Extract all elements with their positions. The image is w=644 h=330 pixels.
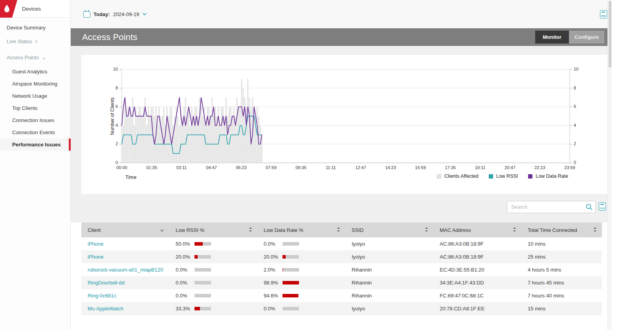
- percent-bar-fill: [283, 255, 286, 259]
- percent-bar: [194, 281, 211, 284]
- cell-ssid: Iyoiyo: [345, 241, 433, 247]
- sidebar-item-airspace-monitoring[interactable]: Airspace Monitoring: [0, 78, 70, 90]
- pdf-icon-label: PDF: [600, 15, 607, 17]
- percent-bar: [194, 242, 211, 246]
- table-search: [507, 201, 596, 213]
- percent-bar-fill: [194, 307, 200, 310]
- percent-value: 98.9%: [264, 280, 283, 286]
- cell-mac-address: FC:69:47:0C:68:1C: [433, 293, 521, 299]
- x-axis-tick: 22:23: [530, 165, 550, 170]
- percent-bar: [194, 294, 211, 297]
- percent-bar-fill: [194, 242, 203, 246]
- sort-updown-icon: [593, 227, 597, 233]
- x-axis-tick: 04:47: [202, 165, 221, 170]
- percent-value: 20.0%: [264, 254, 283, 260]
- y-axis-tick-right: 2: [574, 141, 584, 146]
- column-header-total-time-connected[interactable]: Total Time Connected: [521, 222, 602, 237]
- sidebar-item-guest-analytics[interactable]: Guest Analytics: [0, 66, 70, 78]
- configure-button[interactable]: Configure: [569, 31, 604, 44]
- monitor-button[interactable]: Monitor: [535, 31, 569, 44]
- y-axis-tick-left: 10: [108, 67, 118, 71]
- sidebar-item-live-status[interactable]: Live Status›: [0, 35, 70, 48]
- column-header-mac-address[interactable]: MAC Address: [433, 222, 521, 237]
- percent-bar: [283, 242, 299, 246]
- cell-low-data-rate: 0.0%: [257, 241, 345, 247]
- percent-bar: [283, 281, 299, 284]
- legend-swatch-icon: [489, 174, 493, 179]
- x-axis-tick: 23:59: [560, 165, 580, 170]
- x-axis-tick: 07:59: [261, 165, 281, 170]
- x-axis-tick: 19:11: [470, 165, 490, 170]
- client-link[interactable]: Ring-0c681c: [88, 293, 116, 299]
- pdf-export-icon[interactable]: PDF: [600, 10, 607, 18]
- clients-table: ClientLow RSSI %Low Data Rate %SSIDMAC A…: [81, 222, 602, 315]
- percent-value: 0.0%: [176, 267, 194, 273]
- legend-item-low-rssi[interactable]: Low RSSI: [489, 173, 518, 179]
- cell-total-time-connected: 15 mins: [521, 306, 602, 312]
- column-header-ssid[interactable]: SSID: [345, 222, 433, 237]
- column-header-low-data-rate-[interactable]: Low Data Rate %: [257, 222, 345, 237]
- search-input[interactable]: [507, 201, 596, 213]
- sidebar-item-top-clients[interactable]: Top Clients: [0, 102, 70, 114]
- legend-item-low-data-rate[interactable]: Low Data Rate: [528, 173, 568, 179]
- sort-updown-icon: [513, 227, 516, 233]
- y-axis-tick-right: 0: [574, 160, 584, 165]
- client-link[interactable]: roborock-vacuum-a01_miapB120: [88, 267, 163, 273]
- y-axis-tick-right: 4: [574, 123, 584, 128]
- date-label: Today:: [94, 11, 110, 17]
- cell-mac-address: AC:86:A3:0B:18:9F: [433, 241, 521, 247]
- cell-low-data-rate: 20.0%: [257, 254, 345, 260]
- sidebar-header: Devices: [0, 0, 70, 18]
- cell-low-data-rate: 2.0%: [257, 267, 345, 273]
- y-axis-tick-right: 8: [574, 86, 584, 90]
- brand-logo[interactable]: [0, 0, 17, 18]
- csv-export-icon[interactable]: CSV: [599, 202, 606, 211]
- sidebar-item-device-summary[interactable]: Device Summary: [0, 21, 70, 35]
- sidebar-item-network-usage[interactable]: Network Usage: [0, 90, 70, 102]
- scrollbar-thumb[interactable]: [609, 1, 611, 67]
- column-header-low-rssi-[interactable]: Low RSSI %: [169, 222, 257, 237]
- percent-value: 0.0%: [176, 280, 194, 286]
- cell-low-rssi: 33.3%: [169, 306, 257, 312]
- percent-value: 94.6%: [264, 293, 283, 299]
- legend-label: Clients Affected: [444, 173, 479, 179]
- column-header-label: Low RSSI %: [176, 227, 204, 233]
- cell-client: RingDoorbell-dd: [81, 280, 169, 286]
- cell-client: Ring-0c681c: [81, 293, 169, 299]
- chart-x-axis-label: Time: [125, 174, 136, 180]
- sidebar: Devices Device SummaryLive Status›Access…: [0, 0, 71, 330]
- date-range-picker[interactable]: Today: 2024-09-19: [83, 11, 147, 18]
- x-axis-tick: 03:11: [172, 165, 191, 170]
- chevron-down-icon: [142, 13, 147, 16]
- sort-updown-icon: [249, 227, 252, 233]
- percent-bar-fill: [283, 281, 299, 284]
- cell-low-rssi: 50.0%: [169, 241, 257, 247]
- client-link[interactable]: iPhone: [88, 254, 103, 260]
- percent-value: 33.3%: [176, 306, 194, 312]
- legend-item-clients-affected[interactable]: Clients Affected: [437, 173, 479, 179]
- cell-total-time-connected: 25 mins: [521, 254, 602, 260]
- client-link[interactable]: Ms-AppleWatch: [88, 306, 123, 312]
- sidebar-item-label: Network Usage: [12, 93, 47, 99]
- x-axis-tick: 09:35: [291, 165, 311, 170]
- x-axis-tick: 01:35: [142, 165, 161, 170]
- sidebar-item-connection-issues[interactable]: Connection Issues: [0, 114, 70, 126]
- percent-value: 20.0%: [176, 254, 194, 260]
- y-axis-tick-left: 0: [108, 160, 118, 165]
- column-header-client[interactable]: Client: [81, 222, 169, 237]
- cell-ssid: Rihannin: [345, 293, 433, 299]
- client-link[interactable]: iPhone: [88, 241, 103, 247]
- client-link[interactable]: RingDoorbell-dd: [88, 280, 125, 286]
- percent-bar: [283, 255, 299, 259]
- sidebar-item-access-points[interactable]: Access Points⌄: [0, 51, 70, 64]
- cell-mac-address: 20:78:CD:A8:1F:EE: [433, 306, 521, 312]
- legend-label: Low Data Rate: [536, 173, 568, 179]
- vertical-scrollbar[interactable]: [607, 0, 612, 330]
- sidebar-item-connection-events[interactable]: Connection Events: [0, 126, 70, 139]
- percent-value: 0.0%: [264, 241, 283, 247]
- percent-value: 0.0%: [176, 293, 194, 299]
- table-row: Ring-0c681c0.0%94.6%RihanninFC:69:47:0C:…: [81, 289, 602, 302]
- csv-icon-label: CSV: [599, 207, 605, 210]
- y-axis-tick-left: 4: [108, 123, 118, 128]
- sidebar-item-performance-issues[interactable]: Performance Issues: [0, 139, 70, 151]
